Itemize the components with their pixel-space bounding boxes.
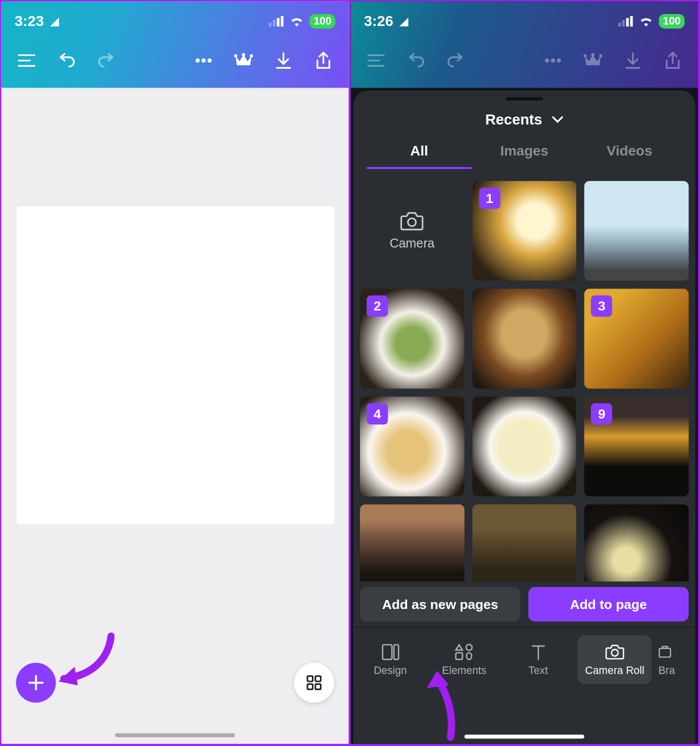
undo-button <box>400 44 432 76</box>
signal-icon <box>618 16 634 26</box>
bottom-toolbar: Design Elements Text Camera Roll Bra <box>354 627 696 687</box>
photo-thumb[interactable] <box>360 504 464 582</box>
canvas-area[interactable] <box>2 88 349 744</box>
pages-grid-fab[interactable] <box>294 662 334 702</box>
media-grid: Camera 1 2 3 4 9 <box>354 176 696 582</box>
menu-icon[interactable] <box>10 44 42 76</box>
svg-point-7 <box>196 58 200 63</box>
svg-point-37 <box>612 649 618 656</box>
phone-editor-blank: 3:23 100 <box>2 2 349 744</box>
redo-button <box>440 44 472 76</box>
svg-point-32 <box>408 218 416 226</box>
svg-rect-36 <box>456 652 462 659</box>
svg-rect-18 <box>316 684 321 690</box>
status-bar: 3:23 100 <box>2 2 349 34</box>
svg-point-10 <box>234 54 237 58</box>
selection-badge: 1 <box>479 188 500 209</box>
filter-tabs: All Images Videos <box>354 143 696 169</box>
svg-rect-38 <box>660 648 670 656</box>
annotation-arrow <box>54 632 114 685</box>
share-icon[interactable] <box>308 44 340 76</box>
editor-toolbar-dimmed <box>350 34 698 88</box>
editor-topbar: 3:23 100 <box>2 2 349 88</box>
selection-badge: 4 <box>366 403 388 424</box>
sheet-grabber[interactable] <box>506 97 543 100</box>
add-page-fab[interactable] <box>16 662 56 702</box>
media-picker-panel: Recents All Images Videos Camera 1 2 3 4… <box>354 90 696 744</box>
photo-thumb[interactable]: 1 <box>472 181 576 281</box>
crown-icon[interactable] <box>228 44 260 76</box>
undo-button[interactable] <box>50 44 82 76</box>
svg-rect-34 <box>394 644 398 659</box>
action-row: Add as new pages Add to page <box>354 582 696 626</box>
tab-all[interactable]: All <box>366 143 472 169</box>
blank-canvas[interactable] <box>16 206 334 524</box>
download-icon[interactable] <box>268 44 300 76</box>
home-indicator <box>115 734 235 738</box>
photo-thumb[interactable]: 2 <box>360 289 464 389</box>
svg-rect-2 <box>277 18 280 26</box>
svg-point-31 <box>599 54 602 58</box>
open-camera-button[interactable]: Camera <box>360 181 464 281</box>
svg-rect-16 <box>316 676 321 682</box>
photo-thumb[interactable]: 4 <box>360 396 464 496</box>
battery-badge: 100 <box>659 14 685 28</box>
photo-thumb[interactable] <box>584 504 688 582</box>
tab-design[interactable]: Design <box>354 633 428 687</box>
svg-point-26 <box>545 58 550 63</box>
more-icon[interactable] <box>188 44 220 76</box>
more-icon <box>537 44 569 76</box>
status-bar: 3:26 100 <box>350 2 698 34</box>
svg-rect-33 <box>382 644 392 659</box>
photo-thumb[interactable]: 3 <box>584 289 688 389</box>
redo-button[interactable] <box>90 44 122 76</box>
tab-brand[interactable]: Bra <box>654 633 696 687</box>
selection-badge: 2 <box>366 296 388 317</box>
svg-point-12 <box>250 54 253 58</box>
tab-videos[interactable]: Videos <box>577 143 682 169</box>
photo-thumb[interactable] <box>472 289 576 389</box>
status-icons: 100 <box>618 14 685 28</box>
svg-point-29 <box>584 54 586 58</box>
svg-rect-0 <box>269 22 272 26</box>
svg-rect-17 <box>308 684 313 690</box>
tab-camera-roll[interactable]: Camera Roll <box>578 636 652 684</box>
svg-point-28 <box>557 58 562 63</box>
share-icon <box>656 44 688 76</box>
tab-elements[interactable]: Elements <box>428 633 502 687</box>
editor-toolbar <box>2 34 349 88</box>
photo-thumb[interactable]: 9 <box>584 396 688 496</box>
phone-media-picker: 3:26 100 Recents All <box>350 2 698 744</box>
add-to-page-button[interactable]: Add to page <box>528 587 689 622</box>
clock: 3:23 <box>14 12 60 30</box>
wifi-icon <box>290 16 304 26</box>
svg-rect-3 <box>281 16 284 26</box>
svg-rect-19 <box>618 22 621 26</box>
tab-images[interactable]: Images <box>472 143 577 169</box>
chevron-down-icon <box>552 116 564 124</box>
crown-icon <box>577 44 609 76</box>
menu-icon <box>360 44 392 76</box>
svg-point-9 <box>208 58 212 63</box>
add-as-new-pages-button[interactable]: Add as new pages <box>360 587 520 622</box>
battery-badge: 100 <box>310 14 336 28</box>
svg-point-8 <box>202 58 206 63</box>
svg-rect-22 <box>630 16 633 26</box>
album-picker[interactable]: Recents <box>354 111 696 128</box>
svg-rect-1 <box>273 20 276 26</box>
clock: 3:26 <box>364 12 410 30</box>
photo-thumb[interactable] <box>584 181 688 281</box>
photo-thumb[interactable] <box>472 504 576 582</box>
editor-topbar-dimmed: 3:26 100 <box>350 2 698 88</box>
photo-thumb[interactable] <box>472 396 576 496</box>
tab-text[interactable]: Text <box>501 633 575 687</box>
svg-point-35 <box>466 644 472 650</box>
download-icon <box>617 44 649 76</box>
svg-point-30 <box>591 53 594 56</box>
status-icons: 100 <box>269 14 336 28</box>
svg-point-27 <box>551 58 556 63</box>
selection-badge: 3 <box>591 296 612 317</box>
home-indicator <box>464 734 584 738</box>
svg-rect-21 <box>626 18 629 26</box>
svg-rect-15 <box>308 676 313 682</box>
